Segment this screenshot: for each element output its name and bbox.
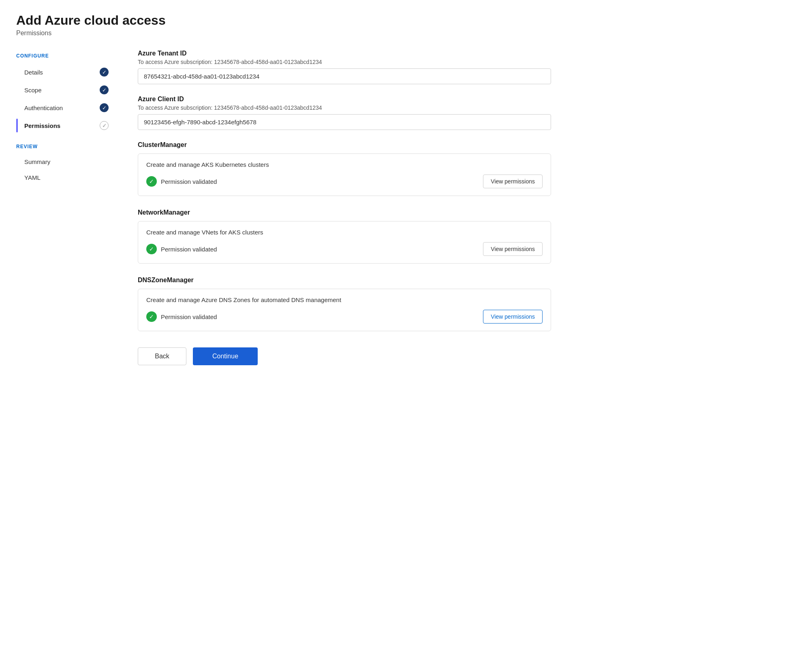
tenant-id-label: Azure Tenant ID [138, 50, 551, 57]
sidebar-review-label: REVIEW [16, 144, 113, 149]
sidebar-item-summary[interactable]: Summary [16, 154, 113, 169]
permission-dns-zone-manager: DNSZoneManager Create and manage Azure D… [138, 277, 551, 331]
cluster-manager-status: ✓ Permission validated [146, 176, 217, 187]
tenant-id-group: Azure Tenant ID To access Azure subscrip… [138, 50, 551, 84]
check-icon-authentication: ✓ [100, 103, 109, 112]
continue-button[interactable]: Continue [193, 347, 258, 365]
client-id-input[interactable] [138, 114, 551, 130]
dns-zone-manager-desc: Create and manage Azure DNS Zones for au… [146, 296, 543, 303]
dns-zone-manager-view-permissions-btn[interactable]: View permissions [483, 310, 543, 324]
dns-zone-manager-status: ✓ Permission validated [146, 311, 217, 322]
sidebar-item-details-label: Details [24, 69, 43, 76]
dns-zone-manager-check-icon: ✓ [146, 311, 157, 322]
sidebar-item-permissions[interactable]: Permissions ✓ [16, 117, 113, 134]
page-subtitle: Permissions [16, 30, 551, 37]
cluster-manager-check-icon: ✓ [146, 176, 157, 187]
dns-zone-manager-card: Create and manage Azure DNS Zones for au… [138, 289, 551, 331]
cluster-manager-status-text: Permission validated [161, 178, 217, 185]
network-manager-status: ✓ Permission validated [146, 244, 217, 254]
dns-zone-manager-footer: ✓ Permission validated View permissions [146, 310, 543, 324]
back-button[interactable]: Back [138, 347, 186, 365]
page-container: Add Azure cloud access Permissions CONFI… [0, 0, 567, 386]
permission-cluster-manager: ClusterManager Create and manage AKS Kub… [138, 141, 551, 196]
sidebar-item-permissions-label: Permissions [24, 122, 60, 129]
sidebar: CONFIGURE Details ✓ Scope ✓ Authenticati… [16, 50, 113, 373]
network-manager-view-permissions-btn[interactable]: View permissions [483, 242, 543, 256]
sidebar-item-yaml-label: YAML [24, 174, 41, 181]
sidebar-item-authentication-label: Authentication [24, 104, 63, 111]
dns-zone-manager-title: DNSZoneManager [138, 277, 551, 284]
sidebar-item-scope[interactable]: Scope ✓ [16, 81, 113, 98]
network-manager-desc: Create and manage VNets for AKS clusters [146, 229, 543, 236]
sidebar-item-authentication[interactable]: Authentication ✓ [16, 99, 113, 116]
permission-network-manager: NetworkManager Create and manage VNets f… [138, 209, 551, 264]
sidebar-item-yaml[interactable]: YAML [16, 170, 113, 185]
client-id-hint-prefix: To access Azure subscription: [138, 104, 212, 111]
content-area: CONFIGURE Details ✓ Scope ✓ Authenticati… [16, 50, 551, 373]
sidebar-item-scope-label: Scope [24, 87, 42, 94]
network-manager-check-icon: ✓ [146, 244, 157, 254]
page-title: Add Azure cloud access [16, 13, 551, 28]
tenant-id-input[interactable] [138, 68, 551, 84]
main-content: Azure Tenant ID To access Azure subscrip… [138, 50, 551, 373]
tenant-id-hint: To access Azure subscription: 12345678-a… [138, 59, 551, 65]
cluster-manager-view-permissions-btn[interactable]: View permissions [483, 175, 543, 188]
sidebar-configure-label: CONFIGURE [16, 53, 113, 59]
network-manager-title: NetworkManager [138, 209, 551, 216]
client-id-label: Azure Client ID [138, 96, 551, 103]
dns-zone-manager-status-text: Permission validated [161, 313, 217, 320]
check-icon-scope: ✓ [100, 85, 109, 94]
check-icon-details: ✓ [100, 68, 109, 77]
tenant-id-hint-prefix: To access Azure subscription: [138, 59, 212, 65]
cluster-manager-desc: Create and manage AKS Kubernetes cluster… [146, 161, 543, 168]
network-manager-status-text: Permission validated [161, 246, 217, 253]
check-icon-permissions: ✓ [100, 121, 109, 130]
network-manager-card: Create and manage VNets for AKS clusters… [138, 221, 551, 264]
footer-buttons: Back Continue [138, 347, 551, 373]
sidebar-item-details[interactable]: Details ✓ [16, 64, 113, 81]
cluster-manager-footer: ✓ Permission validated View permissions [146, 175, 543, 188]
sidebar-review-items: Summary YAML [16, 154, 113, 185]
client-id-group: Azure Client ID To access Azure subscrip… [138, 96, 551, 130]
cluster-manager-card: Create and manage AKS Kubernetes cluster… [138, 153, 551, 196]
client-id-hint: To access Azure subscription: 12345678-a… [138, 104, 551, 111]
sidebar-item-summary-label: Summary [24, 158, 50, 165]
client-id-hint-value: 12345678-abcd-458d-aa01-0123abcd1234 [214, 104, 322, 111]
network-manager-footer: ✓ Permission validated View permissions [146, 242, 543, 256]
sidebar-configure-items: Details ✓ Scope ✓ Authentication ✓ Permi… [16, 64, 113, 134]
cluster-manager-title: ClusterManager [138, 141, 551, 149]
tenant-id-hint-value: 12345678-abcd-458d-aa01-0123abcd1234 [214, 59, 322, 65]
